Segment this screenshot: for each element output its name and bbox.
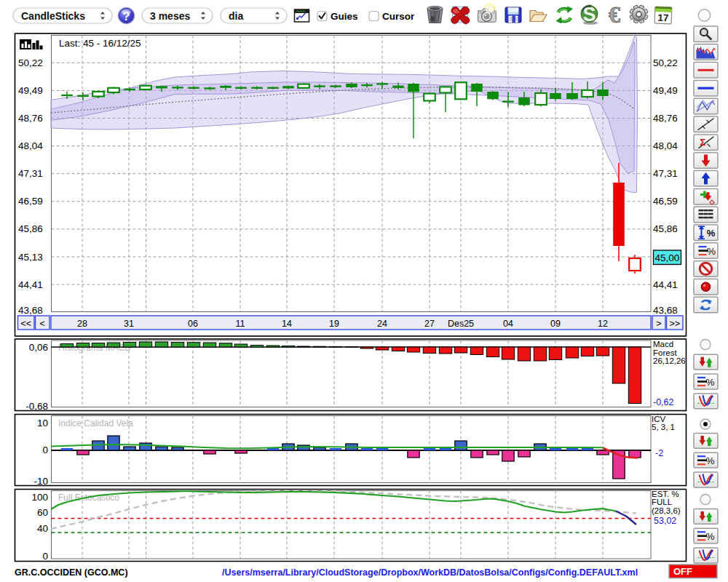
svg-text:44,41: 44,41 — [653, 279, 678, 290]
svg-text:Des25: Des25 — [448, 319, 474, 329]
svg-text:48,04: 48,04 — [18, 140, 43, 151]
svg-text:24: 24 — [377, 319, 387, 329]
svg-text:%: % — [705, 377, 714, 388]
svg-text:44,41: 44,41 — [18, 279, 43, 290]
svg-text:Σ: Σ — [700, 137, 706, 148]
svg-text:45,86: 45,86 — [653, 223, 678, 234]
svg-text:46,59: 46,59 — [653, 196, 678, 207]
svg-text:46,59: 46,59 — [18, 196, 43, 207]
svg-text:CandleSticks: CandleSticks — [21, 10, 85, 22]
svg-text:10: 10 — [37, 418, 48, 428]
svg-text:100: 100 — [31, 492, 48, 503]
svg-text:/Users/mserra/Library/CloudSto: /Users/mserra/Library/CloudStorage/Dropb… — [222, 567, 638, 578]
svg-text:04: 04 — [503, 319, 513, 329]
svg-text:Macd: Macd — [653, 340, 673, 348]
svg-text:%: % — [707, 246, 716, 257]
svg-text:47,31: 47,31 — [18, 168, 43, 179]
svg-text:49,49: 49,49 — [653, 85, 678, 96]
svg-text:3 meses: 3 meses — [150, 10, 190, 22]
svg-text:<: < — [40, 319, 45, 329]
svg-text:dia: dia — [229, 10, 243, 22]
svg-text:GR.C.OCCIDEN (GCO.MC): GR.C.OCCIDEN (GCO.MC) — [15, 567, 128, 578]
svg-text:50,22: 50,22 — [18, 57, 43, 68]
svg-text:45,13: 45,13 — [18, 252, 43, 263]
svg-text:-0,62: -0,62 — [653, 397, 674, 407]
svg-text:0,06: 0,06 — [29, 342, 48, 353]
svg-text:€: € — [609, 1, 620, 28]
svg-text:5, 3, 1: 5, 3, 1 — [652, 423, 675, 431]
svg-text:%: % — [705, 455, 714, 466]
svg-text:-0,68: -0,68 — [25, 401, 48, 412]
svg-text:48,76: 48,76 — [18, 113, 43, 124]
svg-text:12: 12 — [598, 319, 608, 329]
svg-text:09: 09 — [550, 319, 561, 329]
svg-text:Cursor: Cursor — [382, 11, 415, 22]
svg-text:43,68: 43,68 — [18, 305, 43, 316]
svg-text:%: % — [707, 228, 716, 239]
svg-text:60: 60 — [37, 507, 48, 518]
svg-text:S: S — [582, 4, 596, 25]
svg-text:53,02: 53,02 — [654, 516, 676, 526]
svg-text:ICV: ICV — [652, 415, 666, 423]
svg-text:45,00: 45,00 — [655, 252, 680, 263]
svg-text:45,86: 45,86 — [18, 223, 43, 234]
svg-text:>>: >> — [669, 319, 680, 329]
svg-text:49,49: 49,49 — [18, 85, 43, 96]
svg-text:14: 14 — [282, 319, 292, 329]
svg-text:26,12,26: 26,12,26 — [653, 356, 686, 365]
svg-text:-2: -2 — [655, 448, 663, 458]
svg-text:Last: 45 - 16/12/25: Last: 45 - 16/12/25 — [59, 38, 141, 49]
svg-text:43,68: 43,68 — [653, 305, 678, 316]
svg-text:48,76: 48,76 — [653, 113, 678, 124]
svg-text:>: > — [656, 319, 661, 329]
svg-text:48,04: 48,04 — [653, 140, 678, 151]
svg-text:47,31: 47,31 — [653, 168, 678, 179]
svg-text:<<: << — [20, 319, 31, 329]
svg-text:(28,3,6): (28,3,6) — [652, 506, 681, 515]
svg-text:FULL: FULL — [652, 498, 673, 506]
svg-text:19: 19 — [329, 319, 339, 329]
svg-text:28: 28 — [77, 319, 87, 329]
svg-text:Guies: Guies — [331, 11, 358, 22]
svg-text:11: 11 — [236, 319, 245, 329]
svg-text:%: % — [705, 531, 714, 542]
svg-text:27: 27 — [424, 319, 435, 329]
svg-text:17: 17 — [657, 12, 669, 24]
svg-text:06: 06 — [188, 319, 198, 329]
svg-text:50,22: 50,22 — [653, 57, 678, 68]
svg-text:31: 31 — [124, 319, 134, 329]
svg-text:EST. %: EST. % — [652, 490, 679, 498]
svg-text:Forest: Forest — [653, 348, 677, 357]
svg-text:-10: -10 — [33, 476, 48, 487]
svg-text:0: 0 — [42, 445, 48, 455]
svg-text:Indice Calidad Vela: Indice Calidad Vela — [58, 418, 133, 428]
svg-text:0: 0 — [42, 551, 48, 562]
svg-text:?: ? — [122, 9, 130, 23]
svg-text:OFF: OFF — [673, 566, 692, 577]
svg-text:40: 40 — [37, 523, 48, 534]
